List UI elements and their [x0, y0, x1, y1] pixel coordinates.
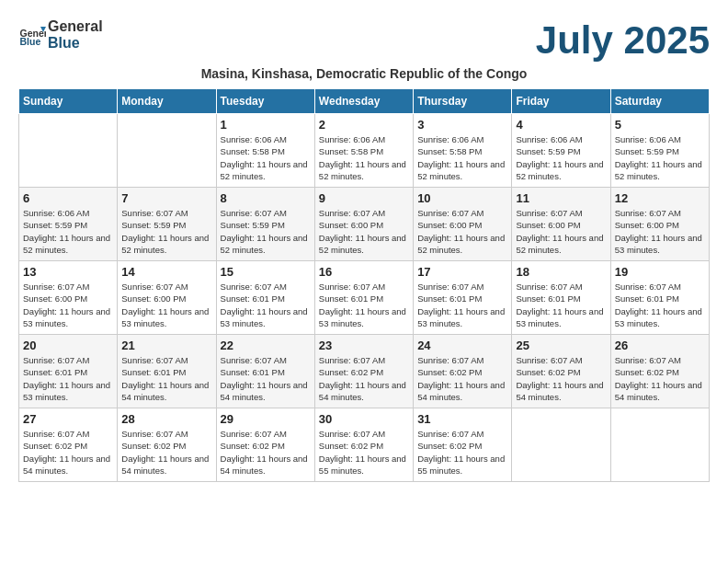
calendar-cell: 11Sunrise: 6:07 AM Sunset: 6:00 PM Dayli…	[512, 188, 610, 261]
calendar-week-row: 13Sunrise: 6:07 AM Sunset: 6:00 PM Dayli…	[19, 261, 710, 335]
day-info: Sunrise: 6:07 AM Sunset: 6:01 PM Dayligh…	[221, 354, 311, 403]
day-info: Sunrise: 6:06 AM Sunset: 5:58 PM Dayligh…	[417, 133, 507, 182]
weekday-header-cell: Wednesday	[314, 89, 413, 114]
calendar-cell: 28Sunrise: 6:07 AM Sunset: 6:02 PM Dayli…	[118, 408, 216, 482]
day-info: Sunrise: 6:07 AM Sunset: 5:59 PM Dayligh…	[221, 207, 311, 256]
calendar-cell: 31Sunrise: 6:07 AM Sunset: 6:02 PM Dayli…	[414, 408, 512, 482]
day-number: 5	[615, 118, 705, 132]
calendar-cell: 17Sunrise: 6:07 AM Sunset: 6:01 PM Dayli…	[414, 261, 512, 335]
day-info: Sunrise: 6:07 AM Sunset: 6:01 PM Dayligh…	[221, 281, 311, 329]
calendar-cell: 13Sunrise: 6:07 AM Sunset: 6:00 PM Dayli…	[19, 261, 118, 335]
day-number: 19	[615, 265, 705, 279]
calendar-cell: 6Sunrise: 6:06 AM Sunset: 5:59 PM Daylig…	[19, 188, 118, 261]
calendar-week-row: 6Sunrise: 6:06 AM Sunset: 5:59 PM Daylig…	[19, 188, 710, 261]
day-number: 2	[319, 118, 409, 132]
weekday-header-cell: Sunday	[19, 89, 118, 114]
calendar-cell: 21Sunrise: 6:07 AM Sunset: 6:01 PM Dayli…	[118, 335, 216, 408]
weekday-header-row: SundayMondayTuesdayWednesdayThursdayFrid…	[19, 89, 710, 114]
calendar: SundayMondayTuesdayWednesdayThursdayFrid…	[18, 88, 710, 482]
day-info: Sunrise: 6:07 AM Sunset: 5:59 PM Dayligh…	[121, 207, 211, 256]
day-info: Sunrise: 6:07 AM Sunset: 6:00 PM Dayligh…	[319, 207, 409, 256]
calendar-week-row: 1Sunrise: 6:06 AM Sunset: 5:58 PM Daylig…	[19, 114, 710, 188]
logo-icon: General Blue	[18, 21, 46, 49]
calendar-cell: 8Sunrise: 6:07 AM Sunset: 5:59 PM Daylig…	[216, 188, 314, 261]
calendar-cell: 22Sunrise: 6:07 AM Sunset: 6:01 PM Dayli…	[216, 335, 314, 408]
logo: General Blue General Blue	[18, 18, 103, 51]
weekday-header-cell: Saturday	[610, 89, 709, 114]
calendar-cell: 4Sunrise: 6:06 AM Sunset: 5:59 PM Daylig…	[512, 114, 610, 188]
day-number: 28	[121, 412, 211, 426]
day-number: 25	[516, 339, 606, 352]
day-info: Sunrise: 6:07 AM Sunset: 6:02 PM Dayligh…	[319, 428, 409, 477]
day-info: Sunrise: 6:07 AM Sunset: 6:02 PM Dayligh…	[615, 354, 705, 403]
logo-blue: Blue	[48, 35, 103, 52]
day-info: Sunrise: 6:07 AM Sunset: 6:01 PM Dayligh…	[121, 354, 211, 403]
day-number: 3	[417, 118, 507, 132]
calendar-cell: 16Sunrise: 6:07 AM Sunset: 6:01 PM Dayli…	[314, 261, 413, 335]
day-info: Sunrise: 6:07 AM Sunset: 6:01 PM Dayligh…	[615, 281, 705, 329]
day-number: 23	[319, 339, 409, 352]
day-number: 15	[221, 265, 311, 279]
day-info: Sunrise: 6:07 AM Sunset: 6:00 PM Dayligh…	[23, 281, 113, 329]
weekday-header-cell: Thursday	[414, 89, 512, 114]
day-number: 14	[121, 265, 211, 279]
day-info: Sunrise: 6:07 AM Sunset: 6:00 PM Dayligh…	[121, 281, 211, 329]
day-info: Sunrise: 6:07 AM Sunset: 6:00 PM Dayligh…	[516, 207, 606, 256]
day-info: Sunrise: 6:07 AM Sunset: 6:02 PM Dayligh…	[221, 428, 311, 477]
calendar-week-row: 27Sunrise: 6:07 AM Sunset: 6:02 PM Dayli…	[19, 408, 710, 482]
day-number: 11	[516, 191, 606, 205]
day-info: Sunrise: 6:06 AM Sunset: 5:59 PM Dayligh…	[615, 133, 705, 182]
svg-text:Blue: Blue	[20, 35, 41, 46]
logo-general: General	[48, 18, 103, 35]
day-number: 24	[417, 339, 507, 352]
day-info: Sunrise: 6:07 AM Sunset: 6:02 PM Dayligh…	[121, 428, 211, 477]
weekday-header-cell: Monday	[118, 89, 216, 114]
day-number: 7	[121, 191, 211, 205]
calendar-cell	[512, 408, 610, 482]
calendar-week-row: 20Sunrise: 6:07 AM Sunset: 6:01 PM Dayli…	[19, 335, 710, 408]
day-info: Sunrise: 6:07 AM Sunset: 6:01 PM Dayligh…	[23, 354, 113, 403]
calendar-cell: 20Sunrise: 6:07 AM Sunset: 6:01 PM Dayli…	[19, 335, 118, 408]
calendar-cell	[19, 114, 118, 188]
day-number: 12	[615, 191, 705, 205]
calendar-cell: 19Sunrise: 6:07 AM Sunset: 6:01 PM Dayli…	[610, 261, 709, 335]
day-number: 31	[417, 412, 507, 426]
calendar-cell: 12Sunrise: 6:07 AM Sunset: 6:00 PM Dayli…	[610, 188, 709, 261]
day-info: Sunrise: 6:07 AM Sunset: 6:02 PM Dayligh…	[23, 428, 113, 477]
day-info: Sunrise: 6:06 AM Sunset: 5:59 PM Dayligh…	[516, 133, 606, 182]
day-number: 9	[319, 191, 409, 205]
weekday-header-cell: Friday	[512, 89, 610, 114]
day-info: Sunrise: 6:07 AM Sunset: 6:00 PM Dayligh…	[417, 207, 507, 256]
month-title: July 2025	[536, 18, 710, 63]
day-info: Sunrise: 6:07 AM Sunset: 6:01 PM Dayligh…	[319, 281, 409, 329]
weekday-header-cell: Tuesday	[216, 89, 314, 114]
day-number: 4	[516, 118, 606, 132]
day-info: Sunrise: 6:07 AM Sunset: 6:02 PM Dayligh…	[417, 354, 507, 403]
calendar-cell: 25Sunrise: 6:07 AM Sunset: 6:02 PM Dayli…	[512, 335, 610, 408]
calendar-cell	[610, 408, 709, 482]
calendar-cell: 3Sunrise: 6:06 AM Sunset: 5:58 PM Daylig…	[414, 114, 512, 188]
day-number: 1	[221, 118, 311, 132]
day-number: 22	[221, 339, 311, 352]
day-number: 10	[417, 191, 507, 205]
day-number: 16	[319, 265, 409, 279]
day-number: 21	[121, 339, 211, 352]
day-info: Sunrise: 6:06 AM Sunset: 5:58 PM Dayligh…	[319, 133, 409, 182]
day-info: Sunrise: 6:07 AM Sunset: 6:00 PM Dayligh…	[615, 207, 705, 256]
calendar-cell: 26Sunrise: 6:07 AM Sunset: 6:02 PM Dayli…	[610, 335, 709, 408]
subtitle: Masina, Kinshasa, Democratic Republic of…	[18, 66, 710, 81]
day-number: 8	[221, 191, 311, 205]
calendar-cell: 23Sunrise: 6:07 AM Sunset: 6:02 PM Dayli…	[314, 335, 413, 408]
day-number: 6	[23, 191, 113, 205]
calendar-cell: 14Sunrise: 6:07 AM Sunset: 6:00 PM Dayli…	[118, 261, 216, 335]
day-info: Sunrise: 6:07 AM Sunset: 6:01 PM Dayligh…	[417, 281, 507, 329]
calendar-cell: 9Sunrise: 6:07 AM Sunset: 6:00 PM Daylig…	[314, 188, 413, 261]
day-number: 26	[615, 339, 705, 352]
header: General Blue General Blue July 2025	[18, 18, 710, 63]
day-number: 30	[319, 412, 409, 426]
calendar-cell: 27Sunrise: 6:07 AM Sunset: 6:02 PM Dayli…	[19, 408, 118, 482]
calendar-cell: 5Sunrise: 6:06 AM Sunset: 5:59 PM Daylig…	[610, 114, 709, 188]
day-number: 20	[23, 339, 113, 352]
calendar-cell: 10Sunrise: 6:07 AM Sunset: 6:00 PM Dayli…	[414, 188, 512, 261]
day-number: 27	[23, 412, 113, 426]
